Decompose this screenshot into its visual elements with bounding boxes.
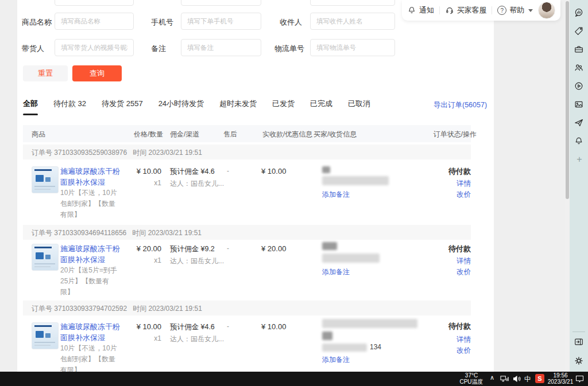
product-image[interactable] (32, 166, 59, 193)
cutoff-input-3[interactable] (310, 0, 395, 6)
action-center-icon[interactable] (575, 375, 584, 383)
tab-all[interactable]: 全部 (23, 99, 38, 109)
ime-indicator[interactable]: 中 (524, 375, 531, 384)
sidebar-divider (572, 332, 585, 332)
product-name-link[interactable]: 施遍玻尿酸冻干粉面膜补水保湿 (60, 243, 125, 265)
detail-link[interactable]: 详情 (413, 335, 471, 345)
media-play-icon[interactable] (574, 81, 584, 91)
product-name-link[interactable]: 施遍玻尿酸冻干粉面膜补水保湿 (60, 166, 125, 188)
speaker-icon[interactable] (513, 375, 521, 383)
send-icon[interactable] (574, 118, 584, 128)
add-note-link[interactable]: 添加备注 (322, 355, 350, 365)
add-icon[interactable]: + (575, 155, 584, 164)
order-time: 2023/03/21 19:51 (149, 149, 202, 157)
recipient-input[interactable] (310, 13, 395, 30)
cpu-temp-tray[interactable]: 37°CCPU温度 (457, 372, 486, 385)
order-group-header: 订单号 3710330935259038976 时间 2023/03/21 19… (23, 145, 471, 159)
cutoff-input-2[interactable] (181, 0, 261, 6)
time-label: 时间 (133, 305, 146, 313)
reprice-link[interactable]: 改价 (413, 190, 471, 200)
order-time: 2023/03/21 19:51 (149, 305, 202, 313)
tab-pending-shipment[interactable]: 待发货 2557 (102, 99, 143, 109)
product-spec: 10片【不送，10片包邮到家】【数量有限】 (60, 343, 121, 372)
tab-pending-payment[interactable]: 待付款 32 (53, 99, 86, 109)
buyer-service-button[interactable]: 买家客服 (445, 5, 487, 15)
remark-label: 备注 (151, 44, 166, 54)
network-icon[interactable] (500, 375, 509, 383)
buyer-redacted (322, 176, 389, 185)
order-no: 3710330935259038976 (54, 149, 127, 157)
reset-button[interactable]: 重置 (23, 65, 68, 81)
product-spec: 20片【送5片=到手25片】【数量有限】 (60, 265, 119, 298)
team-icon[interactable] (574, 63, 584, 73)
collapse-panel-icon[interactable] (574, 337, 584, 347)
tab-completed[interactable]: 已完成 (310, 99, 332, 109)
detail-link[interactable]: 详情 (413, 179, 471, 189)
paid-amount: ¥ 10.00 (261, 322, 286, 331)
export-orders-link[interactable]: 导出订单(56057) (434, 100, 487, 110)
clock-tray[interactable]: 19:562023/3/21 (547, 372, 574, 385)
scrollbar-thumb[interactable] (566, 1, 569, 199)
paid-amount: ¥ 20.00 (261, 244, 286, 253)
buyer-fragment: 134 (370, 343, 381, 351)
product-image[interactable] (32, 244, 59, 271)
tray-chevron-icon[interactable]: ∧ (490, 374, 494, 381)
order-price: ¥ 20.00 (121, 244, 161, 253)
aftersale-value: - (227, 322, 229, 330)
gallery-icon[interactable] (574, 99, 584, 110)
tab-cancelled[interactable]: 已取消 (348, 99, 370, 109)
order-qty: x1 (121, 179, 161, 187)
notify-label: 通知 (419, 5, 434, 15)
product-image[interactable] (32, 322, 59, 349)
settings-gear-icon[interactable] (574, 356, 584, 366)
chat-analytics-icon[interactable] (574, 7, 584, 18)
tag-icon[interactable] (574, 26, 584, 36)
commission-line: 预计佣金 ¥4.6 (170, 167, 215, 177)
help-button[interactable]: ? 帮助 (497, 5, 533, 15)
reprice-link[interactable]: 改价 (413, 346, 471, 356)
channel-line: 达人：国岳女儿... (170, 179, 224, 189)
promoter-label: 带货人 (22, 44, 44, 54)
query-button[interactable]: 查询 (72, 65, 122, 81)
col-paid: 实收款/优惠信息 (262, 130, 312, 139)
tab-shipped[interactable]: 已发货 (272, 99, 295, 109)
notifications-button[interactable]: 通知 (407, 5, 434, 15)
paid-amount: ¥ 10.00 (261, 167, 286, 176)
order-no: 3710330933794702592 (54, 305, 127, 313)
order-management-screen: 商品名称 手机号 收件人 带货人 备注 物流单号 重置 查询 全部 待付款 32… (0, 0, 588, 386)
add-note-link[interactable]: 添加备注 (322, 267, 350, 277)
aftersale-value: - (227, 167, 229, 175)
tab-24h-pending[interactable]: 24小时待发货 (158, 99, 204, 109)
order-price: ¥ 10.00 (121, 167, 161, 176)
detail-link[interactable]: 详情 (413, 256, 471, 266)
col-aftersale: 售后 (223, 130, 237, 139)
phone-input[interactable] (181, 13, 261, 30)
help-label: 帮助 (509, 5, 524, 15)
remark-input[interactable] (181, 39, 261, 56)
bell-icon[interactable] (574, 136, 584, 146)
buyer-redacted (322, 344, 367, 352)
tab-overdue[interactable]: 超时未发货 (219, 99, 257, 109)
order-no-label: 订单号 (32, 229, 52, 237)
user-avatar[interactable] (538, 2, 555, 19)
reprice-link[interactable]: 改价 (413, 267, 471, 277)
add-note-link[interactable]: 添加备注 (322, 190, 350, 200)
tracking-label: 物流单号 (274, 44, 304, 54)
order-no-label: 订单号 (32, 305, 52, 313)
product-name-input[interactable] (55, 13, 134, 30)
cutoff-input-1[interactable] (55, 0, 134, 6)
order-status: 待付款 (413, 244, 471, 254)
commission-line: 预计佣金 ¥4.6 (170, 322, 215, 332)
right-sidebar (570, 0, 588, 372)
sogou-icon[interactable]: S (535, 374, 544, 383)
toolbox-icon[interactable] (574, 44, 584, 54)
product-name-link[interactable]: 施遍玻尿酸冻干粉面膜补水保湿 (60, 321, 125, 343)
channel-line: 达人：国岳女儿... (170, 256, 224, 266)
promoter-input[interactable] (55, 39, 134, 56)
recipient-label: 收件人 (280, 17, 302, 28)
table-header: 商品 价格/数量 佣金/渠道 售后 实收款/优惠信息 买家/收货信息 订单状态/… (23, 125, 471, 142)
col-status: 订单状态/操作 (402, 130, 477, 139)
tracking-input[interactable] (310, 39, 395, 56)
commission-line: 预计佣金 ¥9.2 (170, 244, 215, 254)
order-time: 2023/03/21 19:51 (148, 229, 202, 237)
